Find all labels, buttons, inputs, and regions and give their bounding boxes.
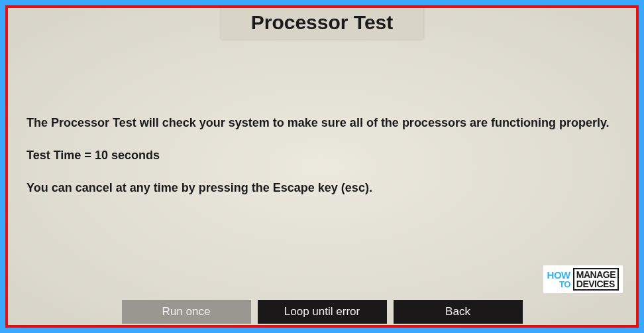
cancel-info-text: You can cancel at any time by pressing t… [27,179,617,197]
watermark-right: MANAGE DEVICES [573,268,619,291]
watermark-left: HOW TO [547,270,570,289]
back-button[interactable]: Back [394,300,523,324]
watermark-devices: DEVICES [576,279,616,289]
page-title: Processor Test [221,6,423,39]
diagnostic-screen: Processor Test The Processor Test will c… [5,5,639,328]
watermark-manage: MANAGE [576,270,616,279]
button-row: Run once Loop until error Back [8,300,636,325]
description-text: The Processor Test will check your syste… [27,114,617,132]
watermark-to: TO [559,280,570,289]
content-area: The Processor Test will check your syste… [27,114,617,212]
watermark-logo: HOW TO MANAGE DEVICES [543,265,623,293]
test-time-text: Test Time = 10 seconds [27,147,617,165]
watermark-how: HOW [547,270,570,280]
loop-until-error-button[interactable]: Loop until error [258,300,387,324]
run-once-button[interactable]: Run once [122,300,251,324]
